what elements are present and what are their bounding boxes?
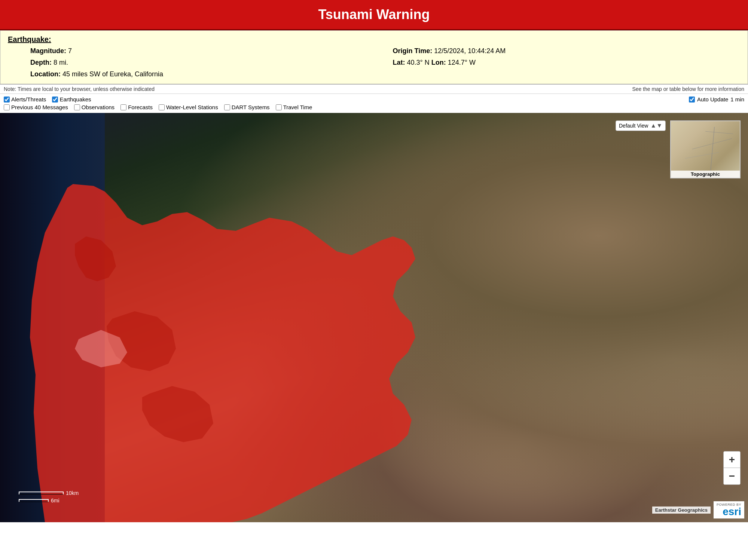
esri-logo: POWERED BY esri: [714, 501, 744, 518]
water-level-checkbox[interactable]: [159, 104, 165, 110]
depth-val: 8 mi.: [54, 59, 68, 66]
terrain-layer: [0, 113, 748, 522]
travel-time-label: Travel Time: [283, 104, 312, 110]
earthquakes-control[interactable]: Earthquakes: [52, 96, 91, 102]
view-dropdown-label: Default View: [619, 123, 648, 129]
note-bar: Note: Times are local to your browser, u…: [0, 84, 748, 94]
esri-attribution: Earthstar Geographics POWERED BY esri: [652, 501, 744, 518]
earthquakes-checkbox[interactable]: [52, 97, 58, 102]
origin-time-val: 12/5/2024, 10:44:24 AM: [434, 47, 506, 55]
minimap-label: Topographic: [671, 171, 740, 178]
observations-label: Observations: [82, 104, 115, 110]
location-row: Location: 45 miles SW of Eureka, Califor…: [30, 69, 740, 79]
lon-val: 124.7° W: [448, 59, 476, 66]
ocean-layer: [0, 113, 105, 522]
forecasts-label: Forecasts: [128, 104, 153, 110]
lat-val: 40.3° N: [407, 59, 430, 66]
map-container[interactable]: Default View ▲▼ Topographic + − 10km 6mi: [0, 113, 748, 522]
depth-label: Depth:: [30, 59, 52, 66]
note-left: Note: Times are local to your browser, u…: [4, 86, 155, 92]
auto-update-label: Auto Update: [697, 96, 728, 102]
auto-update-interval: 1 min: [730, 96, 744, 102]
scale-mi-label: 6mi: [51, 498, 59, 504]
previous-messages-label: Previous 40 Messages: [11, 104, 68, 110]
controls-row2: Previous 40 Messages Observations Foreca…: [4, 104, 744, 110]
previous-messages-checkbox[interactable]: [4, 104, 10, 110]
chevron-down-icon: ▲▼: [650, 122, 662, 129]
auto-update-checkbox[interactable]: [689, 97, 695, 102]
controls-bar: Alerts/Threats Earthquakes Auto Update 1…: [0, 94, 748, 113]
observations-checkbox[interactable]: [74, 104, 80, 110]
scale-km-label: 10km: [66, 490, 79, 496]
water-level-label: Water-Level Stations: [166, 104, 218, 110]
lat-label: Lat:: [393, 59, 405, 66]
minimap-map: [671, 121, 740, 178]
magnitude-label: Magnitude:: [30, 47, 66, 55]
alerts-threats-checkbox[interactable]: [4, 97, 10, 102]
esri-text: esri: [723, 507, 741, 517]
dart-label: DART Systems: [232, 104, 270, 110]
alerts-threats-label: Alerts/Threats: [11, 96, 46, 102]
previous-messages-control[interactable]: Previous 40 Messages: [4, 104, 68, 110]
info-panel: Earthquake: Magnitude: 7 Origin Time: 12…: [0, 30, 748, 84]
alerts-threats-control[interactable]: Alerts/Threats: [4, 96, 46, 102]
magnitude-number: 7: [68, 47, 72, 55]
travel-time-checkbox[interactable]: [276, 104, 282, 110]
dart-control[interactable]: DART Systems: [224, 104, 270, 110]
location-label: Location:: [30, 70, 61, 78]
origin-time-row: Origin Time: 12/5/2024, 10:44:24 AM: [393, 46, 741, 56]
controls-row1: Alerts/Threats Earthquakes Auto Update 1…: [4, 96, 744, 102]
water-level-control[interactable]: Water-Level Stations: [159, 104, 218, 110]
tsunami-warning-header: Tsunami Warning: [0, 0, 748, 30]
magnitude-row: Magnitude: 7: [30, 46, 378, 56]
earthquake-section-label: Earthquake:: [8, 35, 740, 44]
earthstar-label: Earthstar Geographics: [652, 507, 711, 514]
travel-time-control[interactable]: Travel Time: [276, 104, 312, 110]
auto-update-group: Auto Update 1 min: [689, 96, 744, 102]
zoom-in-button[interactable]: +: [724, 452, 740, 468]
zoom-controls: + −: [723, 451, 741, 485]
location-val: 45 miles SW of Eureka, California: [62, 70, 163, 78]
forecasts-checkbox[interactable]: [120, 104, 126, 110]
note-right: See the map or table below for more info…: [632, 86, 744, 92]
earthquakes-label: Earthquakes: [59, 96, 91, 102]
observations-control[interactable]: Observations: [74, 104, 115, 110]
forecasts-control[interactable]: Forecasts: [120, 104, 153, 110]
lon-label: Lon:: [431, 59, 446, 66]
dart-checkbox[interactable]: [224, 104, 230, 110]
view-dropdown[interactable]: Default View ▲▼: [616, 120, 666, 131]
minimap[interactable]: Topographic: [670, 120, 741, 178]
scale-bar: 10km 6mi: [19, 490, 79, 504]
depth-row: Depth: 8 mi.: [30, 58, 378, 68]
lat-lon-row: Lat: 40.3° N Lon: 124.7° W: [393, 58, 741, 68]
zoom-out-button[interactable]: −: [724, 468, 740, 484]
origin-time-label: Origin Time:: [393, 47, 433, 55]
